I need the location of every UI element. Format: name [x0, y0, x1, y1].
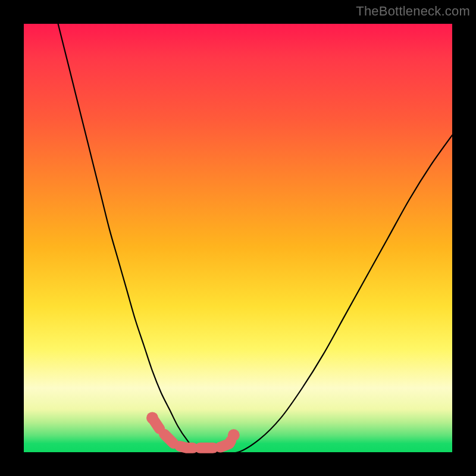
- optimal-range-cap: [228, 429, 240, 441]
- watermark-text: TheBottleneck.com: [356, 4, 470, 19]
- bottleneck-curve: [58, 24, 452, 453]
- plot-area: [24, 24, 452, 452]
- chart-frame: TheBottleneck.com: [0, 0, 476, 476]
- optimal-range-stroke: [152, 418, 234, 447]
- optimal-range-cap: [146, 412, 158, 424]
- optimal-range-marker: [146, 412, 240, 447]
- curve-layer: [24, 24, 452, 452]
